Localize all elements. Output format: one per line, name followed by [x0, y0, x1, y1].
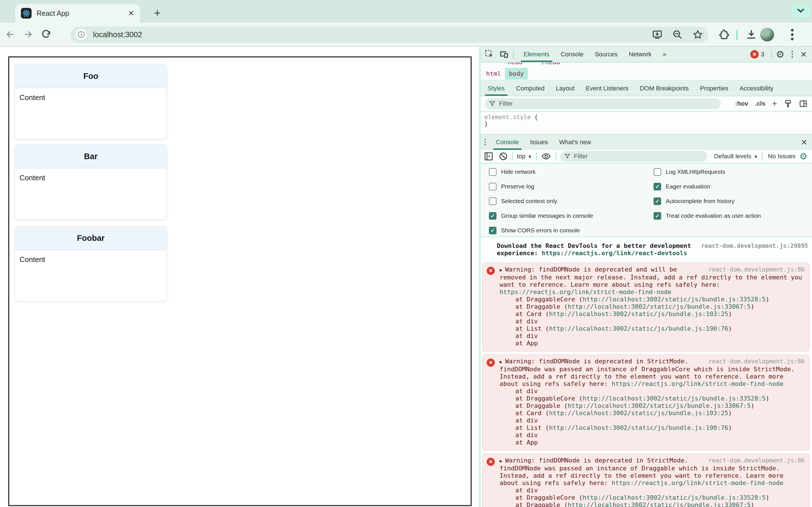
checkbox-checked-icon[interactable]: ✓ [489, 212, 497, 220]
console-sidebar-toggle-icon[interactable] [484, 152, 493, 161]
tab-close-icon[interactable]: ✕ [128, 9, 134, 18]
drawer-menu-kebab-icon[interactable] [483, 138, 487, 147]
tab-dom-breakpoints[interactable]: DOM Breakpoints [634, 81, 695, 96]
console-info-message[interactable]: react-dom.development.js:29895 Download … [480, 241, 812, 260]
card-header[interactable]: Foo [15, 64, 167, 88]
live-expression-eye-icon[interactable] [541, 152, 552, 161]
zoom-out-icon[interactable] [672, 29, 683, 40]
bundle-source-link[interactable]: http://localhost:3002/static/js/bundle.j… [567, 501, 751, 507]
tab-computed[interactable]: Computed [510, 81, 550, 96]
console-warning-message[interactable]: ✕react-dom.development.js:86▶Warning: fi… [482, 263, 810, 351]
expand-triangle-icon[interactable]: ▶ [500, 359, 502, 364]
setting-log-xmlhttprequests[interactable]: Log XMLHttpRequests [654, 168, 761, 176]
setting-preserve-log[interactable]: Preserve log [489, 182, 593, 190]
checkbox-checked-icon[interactable]: ✓ [654, 212, 661, 220]
card-header[interactable]: Foobar [15, 226, 167, 250]
bundle-source-link[interactable]: http://localhost:3002/static/js/bundle.j… [582, 296, 765, 303]
drawer-close-icon[interactable]: ✕ [801, 138, 808, 147]
console-filter-input[interactable]: Filter [560, 151, 707, 162]
context-selector[interactable]: top▼ [517, 153, 532, 160]
element-style-rule[interactable]: element.style { } [480, 112, 812, 135]
tab-console[interactable]: Console [555, 47, 589, 62]
strict-mode-doc-link[interactable]: https://reactjs.org/link/strict-mode-fin… [612, 380, 783, 387]
bookmark-star-icon[interactable] [693, 29, 703, 40]
drawer-tab-issues[interactable]: Issues [524, 135, 554, 150]
styles-filter-input[interactable]: Filter [485, 98, 721, 109]
tab-network[interactable]: Network [623, 47, 657, 62]
tab-accessibility[interactable]: Accessibility [734, 81, 779, 96]
browser-menu-kebab-icon[interactable] [786, 27, 798, 42]
site-info-icon[interactable]: ⓘ [75, 29, 87, 40]
tab-layout[interactable]: Layout [550, 81, 580, 96]
card-header[interactable]: Bar [15, 145, 167, 168]
extensions-icon[interactable] [718, 29, 730, 41]
setting-autocomplete-from-history[interactable]: ✓Autocomplete from history [654, 197, 761, 205]
strict-mode-doc-link[interactable]: https://reactjs.org/link/strict-mode-fin… [500, 288, 671, 295]
bundle-source-link[interactable]: http://localhost:3002/static/js/bundle.j… [549, 325, 728, 332]
setting-treat-code-evaluation-as-user-action[interactable]: ✓Treat code evaluation as user action [654, 212, 761, 220]
setting-group-similar-messages-in-console[interactable]: ✓Group similar messages in console [489, 212, 593, 220]
tab-properties[interactable]: Properties [695, 81, 734, 96]
tab-[interactable]: » [657, 47, 672, 62]
install-app-icon[interactable] [652, 29, 663, 40]
bundle-source-link[interactable]: http://localhost:3002/static/js/bundle.j… [582, 395, 765, 402]
elements-tree-clipped-row[interactable]: head /head [480, 62, 812, 67]
console-warning-message[interactable]: ✕react-dom.development.js:86▶Warning: fi… [482, 354, 810, 451]
setting-hide-network[interactable]: Hide network [489, 168, 593, 176]
toggle-class-button[interactable]: .cls [755, 100, 765, 107]
reload-icon[interactable] [38, 26, 54, 42]
forward-icon[interactable] [20, 26, 36, 42]
console-settings-gear-icon[interactable]: ⚙ [799, 151, 808, 162]
checkbox-checked-icon[interactable]: ✓ [654, 183, 661, 190]
address-bar[interactable]: ⓘ localhost:3002 [70, 26, 708, 43]
card-bar[interactable]: BarContent [15, 145, 167, 219]
back-icon[interactable] [2, 26, 18, 42]
bundle-source-link[interactable]: http://localhost:3002/static/js/bundle.j… [567, 402, 751, 409]
devtools-settings-gear-icon[interactable]: ⚙ [776, 49, 784, 60]
bundle-source-link[interactable]: http://localhost:3002/static/js/bundle.j… [567, 303, 751, 310]
breadcrumb-body[interactable]: body [505, 68, 528, 79]
bundle-source-link[interactable]: http://localhost:3002/static/js/bundle.j… [549, 409, 728, 416]
expand-triangle-icon[interactable]: ▶ [500, 458, 502, 464]
inspect-element-icon[interactable] [485, 49, 494, 59]
setting-show-cors-errors-in-console[interactable]: ✓Show CORS errors in console [489, 226, 593, 234]
breadcrumb-html[interactable]: html [482, 68, 505, 79]
expand-triangle-icon[interactable]: ▶ [500, 267, 502, 273]
drawer-tab-whatsnew[interactable]: What's new [553, 135, 597, 150]
log-levels-dropdown[interactable]: Default levels▼ [714, 153, 758, 160]
checkbox-checked-icon[interactable]: ✓ [489, 227, 497, 234]
checkbox-unchecked-icon[interactable] [654, 168, 661, 176]
chevron-down-icon[interactable] [792, 3, 810, 18]
tab-event-listeners[interactable]: Event Listeners [580, 81, 635, 96]
bundle-source-link[interactable]: http://localhost:3002/static/js/bundle.j… [582, 494, 765, 501]
strict-mode-doc-link[interactable]: https://reactjs.org/link/strict-mode-fin… [612, 480, 783, 487]
bundle-source-link[interactable]: http://localhost:3002/static/js/bundle.j… [549, 311, 728, 318]
devtools-menu-kebab-icon[interactable] [790, 50, 794, 59]
message-source-link[interactable]: react-dom.development.js:86 [709, 358, 805, 365]
checkbox-unchecked-icon[interactable] [489, 183, 497, 190]
issues-counter[interactable]: No Issues [768, 153, 795, 160]
console-warning-message[interactable]: ✕react-dom.development.js:86▶Warning: fi… [482, 453, 810, 507]
message-source-link[interactable]: react-dom.development.js:29895 [701, 242, 808, 249]
message-source-link[interactable]: react-dom.development.js:86 [709, 457, 805, 464]
message-source-link[interactable]: react-dom.development.js:86 [709, 266, 805, 273]
rendering-brush-icon[interactable] [784, 100, 792, 108]
toggle-pseudo-state-button[interactable]: :hov [735, 100, 748, 107]
react-devtools-link[interactable]: https://reactjs.org/link/react-devtools [542, 249, 688, 257]
bundle-source-link[interactable]: http://localhost:3002/static/js/bundle.j… [549, 424, 728, 431]
card-foobar[interactable]: FoobarContent [15, 226, 167, 301]
console-error-badge[interactable]: ✕ 3 [750, 50, 767, 59]
profile-avatar[interactable] [760, 27, 774, 42]
device-toolbar-icon[interactable] [499, 49, 509, 59]
devtools-close-icon[interactable]: ✕ [801, 50, 807, 59]
browser-tab-react-app[interactable]: React App ✕ [15, 4, 140, 22]
checkbox-unchecked-icon[interactable] [489, 198, 497, 205]
toggle-sidebar-icon[interactable] [799, 100, 808, 108]
tab-elements[interactable]: Elements [518, 47, 555, 62]
tab-sources[interactable]: Sources [589, 47, 623, 62]
new-style-rule-button[interactable]: + [772, 99, 777, 108]
tab-styles[interactable]: Styles [482, 81, 510, 96]
checkbox-checked-icon[interactable]: ✓ [654, 198, 661, 205]
downloads-icon[interactable] [746, 29, 757, 41]
drawer-tab-console[interactable]: Console [490, 135, 524, 150]
